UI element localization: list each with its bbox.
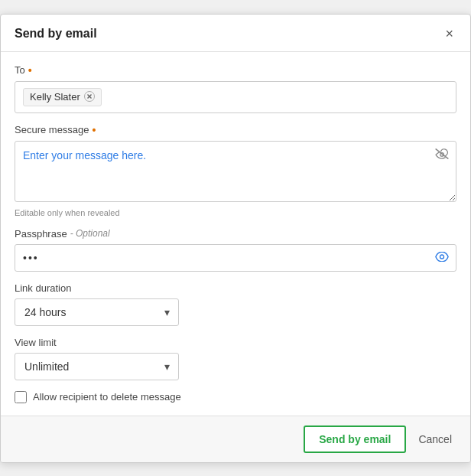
view-limit-select[interactable]: 1 2 5 10 Unlimited bbox=[15, 353, 179, 380]
dialog-footer: Send by email Cancel bbox=[1, 416, 470, 462]
passphrase-input[interactable] bbox=[15, 244, 456, 272]
to-field-group: To • Kelly Slater bbox=[15, 64, 456, 113]
message-helper-text: Editable only when revealed bbox=[15, 208, 456, 217]
close-button[interactable]: × bbox=[442, 25, 456, 42]
send-by-email-dialog: Send by email × To • Kelly Slater bbox=[0, 14, 471, 463]
passphrase-field-group: Passphrase - Optional bbox=[15, 228, 456, 272]
passphrase-label: Passphrase - Optional bbox=[15, 228, 456, 240]
message-wrapper bbox=[15, 141, 456, 205]
link-duration-select-wrapper: 1 hour 12 hours 24 hours 3 days 7 days 3… bbox=[15, 298, 179, 326]
svg-point-4 bbox=[440, 254, 443, 258]
allow-delete-label[interactable]: Allow recipient to delete message bbox=[33, 391, 181, 403]
dialog-title: Send by email bbox=[15, 27, 97, 41]
message-textarea[interactable] bbox=[15, 141, 456, 202]
link-duration-select[interactable]: 1 hour 12 hours 24 hours 3 days 7 days 3… bbox=[15, 298, 179, 326]
message-field-group: Secure message • Editable only when reve… bbox=[15, 124, 456, 217]
dialog-header: Send by email × bbox=[1, 15, 470, 52]
recipient-name: Kelly Slater bbox=[30, 91, 80, 103]
allow-delete-checkbox[interactable] bbox=[15, 391, 27, 403]
optional-label: - Optional bbox=[70, 228, 110, 239]
send-by-email-button[interactable]: Send by email bbox=[304, 425, 406, 453]
link-duration-field-group: Link duration 1 hour 12 hours 24 hours 3… bbox=[15, 282, 456, 326]
dialog-body: To • Kelly Slater S bbox=[1, 52, 470, 416]
to-label: To • bbox=[15, 64, 456, 77]
recipient-tag: Kelly Slater bbox=[23, 88, 102, 106]
allow-delete-row: Allow recipient to delete message bbox=[15, 391, 456, 403]
link-duration-label: Link duration bbox=[15, 282, 456, 294]
cancel-button[interactable]: Cancel bbox=[414, 427, 456, 452]
message-required-indicator: • bbox=[93, 124, 96, 136]
passphrase-wrapper bbox=[15, 244, 456, 272]
message-visibility-toggle[interactable] bbox=[435, 148, 449, 161]
message-label: Secure message • bbox=[15, 124, 456, 136]
recipient-remove-button[interactable] bbox=[84, 91, 95, 103]
passphrase-visibility-toggle[interactable] bbox=[435, 252, 449, 264]
view-limit-label: View limit bbox=[15, 337, 456, 348]
required-indicator: • bbox=[28, 64, 32, 77]
view-limit-select-wrapper: 1 2 5 10 Unlimited ▾ bbox=[15, 353, 179, 380]
recipient-box[interactable]: Kelly Slater bbox=[15, 81, 456, 113]
view-limit-field-group: View limit 1 2 5 10 Unlimited ▾ bbox=[15, 337, 456, 380]
